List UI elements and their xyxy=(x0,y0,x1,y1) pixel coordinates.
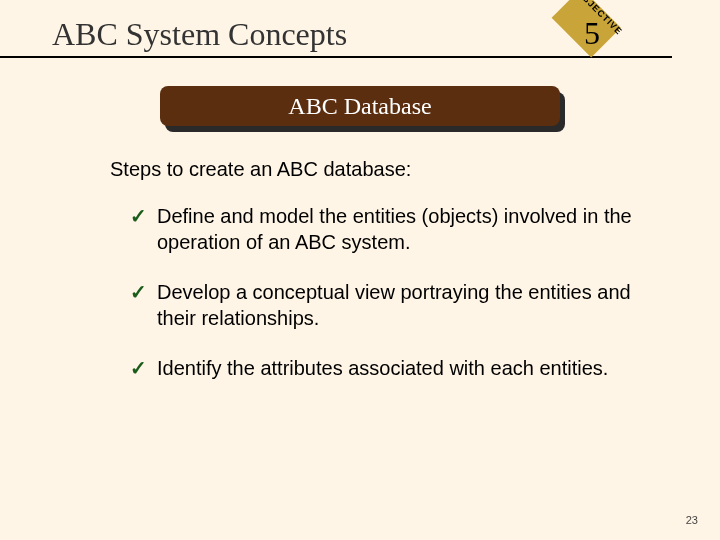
subtitle-box: ABC Database xyxy=(160,86,560,126)
content-area: Steps to create an ABC database: ✓ Defin… xyxy=(110,158,650,381)
intro-text: Steps to create an ABC database: xyxy=(110,158,650,181)
slide-header: ABC System Concepts OBJECTIVE 5 xyxy=(0,0,672,58)
page-number: 23 xyxy=(686,514,698,526)
objective-badge: OBJECTIVE xyxy=(543,0,621,66)
badge-number: 5 xyxy=(584,15,600,52)
list-item: ✓ Develop a conceptual view portraying t… xyxy=(130,279,650,331)
check-icon: ✓ xyxy=(130,355,147,381)
bullet-text: Develop a conceptual view portraying the… xyxy=(157,279,650,331)
check-icon: ✓ xyxy=(130,203,147,229)
page-title: ABC System Concepts xyxy=(52,16,347,53)
bullet-text: Identify the attributes associated with … xyxy=(157,355,608,381)
list-item: ✓ Identify the attributes associated wit… xyxy=(130,355,650,381)
bullet-text: Define and model the entities (objects) … xyxy=(157,203,650,255)
list-item: ✓ Define and model the entities (objects… xyxy=(130,203,650,255)
subtitle-text: ABC Database xyxy=(160,86,560,126)
check-icon: ✓ xyxy=(130,279,147,305)
